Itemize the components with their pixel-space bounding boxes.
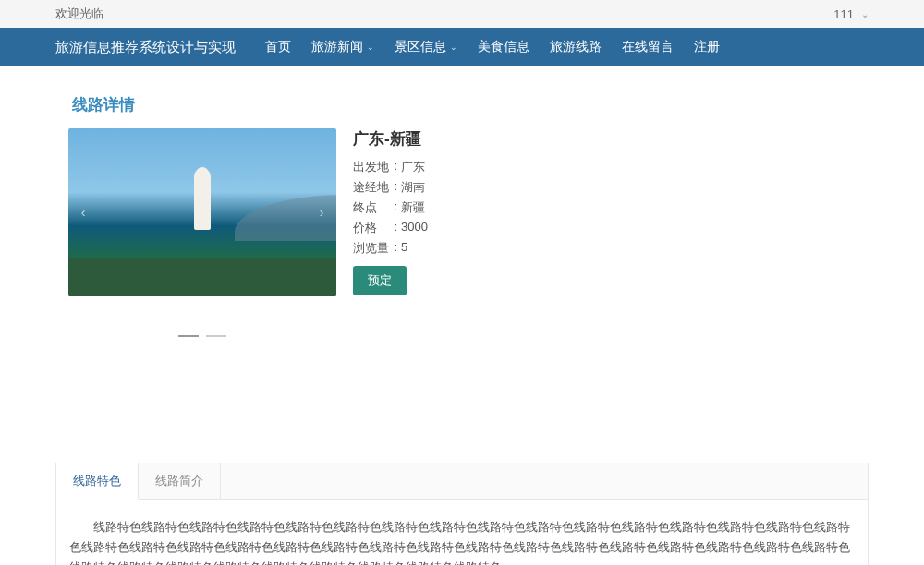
- carousel-next-icon[interactable]: ›: [312, 201, 331, 223]
- route-info: 广东-新疆 出发地广东 途经地湖南 终点新疆 价格3000 浏览量5 预定: [353, 128, 856, 337]
- page-title: 线路详情: [65, 79, 859, 128]
- info-depart: 出发地广东: [353, 159, 856, 175]
- tab-features[interactable]: 线路特色: [56, 463, 139, 500]
- nav-message[interactable]: 在线留言: [622, 39, 674, 55]
- carousel-indicators: [68, 335, 336, 337]
- top-bar: 欢迎光临 111 ⌄: [0, 0, 924, 28]
- user-menu[interactable]: 111 ⌄: [833, 7, 869, 21]
- chevron-down-icon: ⌄: [861, 9, 869, 19]
- indicator[interactable]: [178, 335, 199, 337]
- nav-home[interactable]: 首页: [265, 39, 291, 55]
- info-via: 途经地湖南: [353, 179, 856, 196]
- nav-route[interactable]: 旅游线路: [550, 39, 602, 55]
- nav-food[interactable]: 美食信息: [478, 39, 529, 55]
- tabs-header: 线路特色 线路简介: [56, 463, 868, 500]
- nav-news[interactable]: 旅游新闻⌄: [311, 39, 374, 55]
- info-price: 价格3000: [353, 220, 856, 236]
- info-dest: 终点新疆: [353, 199, 856, 216]
- user-name: 111: [833, 7, 854, 21]
- nav-scenic[interactable]: 景区信息⌄: [395, 39, 457, 55]
- nav-register[interactable]: 注册: [694, 39, 720, 55]
- tab-intro[interactable]: 线路简介: [139, 463, 221, 499]
- carousel-prev-icon[interactable]: ‹: [74, 201, 92, 223]
- features-text: 线路特色线路特色线路特色线路特色线路特色线路特色线路特色线路特色线路特色线路特色…: [69, 517, 855, 565]
- tab-content: 线路特色线路特色线路特色线路特色线路特色线路特色线路特色线路特色线路特色线路特色…: [56, 500, 868, 565]
- tabs-card: 线路特色 线路简介 线路特色线路特色线路特色线路特色线路特色线路特色线路特色线路…: [55, 463, 869, 565]
- welcome-text: 欢迎光临: [55, 6, 103, 22]
- route-detail: ‹ › 广东-新疆 出发地广东 途经地湖南 终点新疆 价格3000 浏览量5 预…: [65, 128, 859, 337]
- book-button[interactable]: 预定: [353, 266, 407, 295]
- nav-bar: 旅游信息推荐系统设计与实现 首页 旅游新闻⌄ 景区信息⌄ 美食信息 旅游线路 在…: [0, 28, 924, 66]
- nav-brand[interactable]: 旅游信息推荐系统设计与实现: [55, 39, 236, 56]
- chevron-down-icon: ⌄: [450, 42, 457, 52]
- chevron-down-icon: ⌄: [367, 42, 374, 52]
- route-image-carousel: ‹ ›: [68, 128, 336, 296]
- info-views: 浏览量5: [353, 240, 856, 257]
- indicator[interactable]: [206, 335, 226, 337]
- route-name: 广东-新疆: [353, 128, 856, 150]
